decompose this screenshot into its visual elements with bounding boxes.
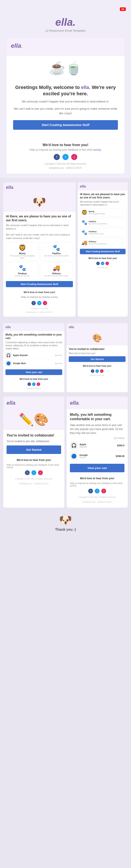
email1-feedback: We'd love to hear from you! Help us impr… [6,138,125,174]
cart-large-instagram-icon[interactable]: i [101,489,106,493]
cart-large-header: ella. [67,397,128,409]
email1-feedback-title: We'd love to hear from you! [11,143,120,147]
cart-large-copyright: Copyright © 2022 ella. All Rights Reserv… [70,495,125,499]
cart-large-facebook-icon[interactable]: f [88,489,93,493]
invite-large-survey-link[interactable]: survey [6,466,13,469]
cart-mini-social: f t i [5,382,62,386]
xd-badge: XD [120,7,126,11]
invite-facebook-icon[interactable]: f [91,369,94,373]
invite-large-sub-title: You're invited to join ella. whiteboard. [6,439,61,443]
instagram-icon[interactable]: i [71,154,77,160]
col-left-footer: Copyright © 2022 ella. [6,307,73,310]
email1-footer: Copyright © 2022 ella. All Rights Reserv… [11,163,120,165]
welcome-col-right-header: ella. [78,182,128,191]
mini-cards-grid: ella. Molly, you left something comforta… [3,323,128,392]
product-card-0: 🦁 Monty Fine quality during shopping pas… [6,242,38,261]
cart-large-item-name-1: Google [79,454,88,456]
right-items-list: 🦁 Monty Fine quality during 🐾 PawPox By … [80,208,126,247]
cart-large-social: f t i [70,489,125,493]
product-emoji-1: 🐾 [42,244,71,251]
email1-body: Greetings Molly, welcome to ella. We're … [6,80,125,138]
cart-twitter-icon[interactable]: t [32,382,35,386]
section-large-cards: ella. ✏️🎨 You're invited to collaborate!… [0,395,131,510]
invite-large-twitter-icon[interactable]: t [31,470,36,475]
invite-large-facebook-icon[interactable]: f [25,470,30,475]
col-twitter-icon[interactable]: t [37,301,42,305]
section-hero: XD ella. 12 Responsive Email Templates e… [0,0,131,178]
col-left-survey-link[interactable]: survey [51,296,58,298]
product-sub-1: By down cat premium cards [42,255,71,257]
cart-large-feedback-sub: Help us improve by sharing your feedback… [70,482,125,487]
cart-large-twitter-icon[interactable]: t [95,489,100,493]
cart-mini-items: 🎧 Apple Airpods $260.00 🔵 Google Nest $1… [5,351,62,368]
col-instagram-icon[interactable]: i [43,301,47,305]
invite-large-header: ella. [3,397,64,409]
right-facebook-icon[interactable]: f [96,261,100,265]
right-item-3: 🚚 Delivery By done cat premium [80,238,126,247]
email1-feedback-sub: Help us improve by sharing your feedback… [11,148,120,151]
invite-mini-body: You're invited to collaborate! We'd love… [67,345,128,379]
cart-mini-item-1: 🔵 Google Nest $100.00 [5,360,62,368]
col-left-feedback-title: We'd love to hear from you! [6,289,73,295]
cart-large-cta-button[interactable]: View your cart [70,464,125,472]
col-left-title: Hi there, we are please to have you as o… [6,214,73,222]
cart-large-title: Molly, you left something comfortable in… [70,412,125,422]
cart-mini-feedback-title: We'd love to hear from you! [5,376,62,381]
email1-survey-link[interactable]: survey. [93,148,102,151]
product-emoji-0: 🦁 [8,244,37,251]
cart-instagram-icon[interactable]: i [37,382,40,386]
col-right-cta-button[interactable]: Start Creating Awwwesome Stuff [80,249,126,254]
col-left-social: f t i [6,301,73,305]
large-cards-container: ella. ✏️🎨 You're invited to collaborate!… [3,397,128,508]
cart-mini-item-price-0: $260.00 [55,354,62,356]
invite-large-illustration: ✏️🎨 [3,409,64,430]
product-card-3: 🚚 Delivery By done cat premium cards [40,262,73,279]
cart-large-survey-link[interactable]: survey [70,485,76,487]
cart-large-item-sub-0: Airpods [79,446,87,448]
cart-mini-item-img-1: 🔵 [5,361,11,367]
thankyou-section: 🐶 Thank you :) [0,510,131,536]
email1-brand: ella. [81,85,90,90]
right-twitter-icon[interactable]: t [101,261,104,265]
email1-illustration: ☕🍵 [6,56,125,80]
cart-mini-item-img-0: 🎧 [5,352,11,359]
right-item-info-1: PawPox By done cat premium [89,220,107,225]
cart-large-item-name-0: Apple [79,443,87,446]
right-item-info-0: Monty Fine quality during [89,210,105,215]
col-left-body: Hi there, we are please to have you as o… [3,212,76,317]
invite-mini-cta-button[interactable]: Get Started [69,356,126,362]
app-title: ella. [0,14,131,28]
email1-greeting: Greetings Molly, welcome to ella. We're … [13,84,118,97]
section-mini-cards: ella. Molly, you left something comforta… [0,321,131,394]
email1-cta-button[interactable]: Start Creating Awwwesome Stuff [13,120,118,130]
cart-large-price-label: QTY PRICE [114,437,125,439]
cart-facebook-icon[interactable]: f [27,382,31,386]
cart-mini-logo: ella. [5,325,62,329]
invite-twitter-icon[interactable]: t [96,369,99,373]
invite-large-social: f t i [6,470,61,475]
invite-large-instagram-icon[interactable]: i [38,470,43,475]
cart-mini-cta-button[interactable]: View your cart [5,369,62,375]
welcome-two-col: ella. 🐶 Hi there, we are please to have … [3,182,128,317]
invite-mini-footer: Copyright © 2022 ella. [69,374,126,377]
cart-mini-item-name-1: Google Nest [13,362,26,365]
product-card-2: 🐾 Feedoxy Feline joy for you [6,262,38,279]
invite-mini-header: ella. [67,323,128,331]
invite-instagram-icon[interactable]: i [100,369,104,373]
product-sub-3: By done cat premium cards [42,275,71,277]
right-item-info-2: Feedoxy Feline joy for you [89,230,104,235]
right-item-emoji-0: 🦁 [81,210,87,215]
invite-large-cta-button[interactable]: Get Started [6,445,61,454]
cart-mini-header: ella. [3,323,64,331]
cart-large-item-1: 🔵 Google Pixel 4 $398.00 [70,451,125,462]
cart-mini-card: ella. Molly, you left something comforta… [3,323,64,392]
col-left-cta-button[interactable]: Start Creating Awwwesome Stuff [6,281,73,287]
invite-mini-card: ella. 🎨 You're invited to collaborate! W… [67,323,128,392]
cart-large-item-price-1: $398.00 [116,455,125,458]
twitter-icon[interactable]: t [62,154,69,160]
right-item-sub-3: By done cat premium [89,243,107,245]
facebook-icon[interactable]: f [54,154,60,160]
right-item-2: 🐾 Feedoxy Feline joy for you [80,228,126,237]
right-instagram-icon[interactable]: i [105,261,109,265]
col-facebook-icon[interactable]: f [31,301,36,305]
